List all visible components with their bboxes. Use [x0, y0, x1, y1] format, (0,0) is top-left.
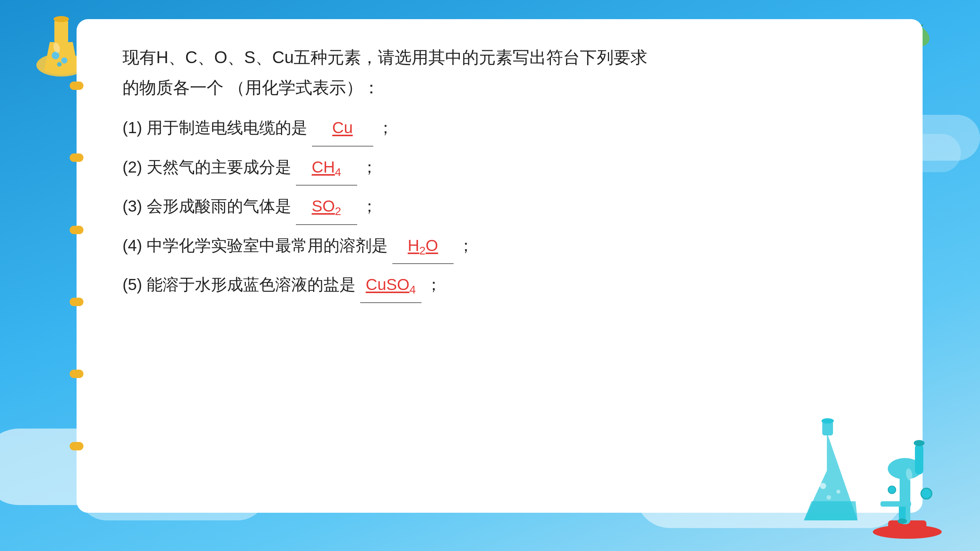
q1-answer: Cu: [312, 110, 373, 146]
svg-rect-1: [54, 19, 68, 44]
question-3: (3) 会形成酸雨的气体是 SO2 ；: [122, 189, 892, 225]
q4-suffix: ；: [458, 236, 474, 254]
svg-point-18: [812, 451, 827, 475]
svg-point-29: [888, 486, 896, 494]
question-5: (5) 能溶于水形成蓝色溶液的盐是 CuSO4 ；: [122, 267, 892, 303]
svg-point-26: [898, 518, 907, 524]
q2-answer: CH4: [296, 150, 357, 186]
q1-number: (1): [122, 119, 142, 137]
question-2: (2) 天然气的主要成分是 CH4 ；: [122, 150, 892, 186]
binding-ring: [70, 226, 83, 234]
q3-suffix: ；: [361, 197, 377, 215]
svg-point-24: [914, 440, 924, 446]
q3-answer: SO2: [296, 189, 357, 225]
binding-ring: [70, 153, 83, 162]
q2-suffix: ；: [361, 158, 377, 176]
binding-ring: [70, 298, 83, 306]
lab-decoration-icon: [796, 409, 949, 543]
svg-rect-23: [915, 444, 923, 474]
q5-text: 能溶于水形成蓝色溶液的盐是: [147, 276, 356, 293]
q4-text: 中学化学实验室中最常用的溶剂是: [147, 236, 388, 254]
svg-point-16: [836, 490, 840, 494]
q1-suffix: ；: [377, 119, 394, 137]
svg-point-15: [820, 483, 826, 489]
content-area: 现有H、C、O、S、Cu五种元素，请选用其中的元素写出符台下列要求 的物质各一个…: [122, 42, 892, 303]
svg-point-28: [921, 488, 932, 499]
q5-suffix: ；: [426, 276, 442, 293]
svg-point-2: [54, 16, 69, 22]
binding-ring: [70, 442, 83, 450]
intro-line1: 现有H、C、O、S、Cu五种元素，请选用其中的元素写出符台下列要求: [122, 48, 647, 67]
q5-number: (5): [122, 276, 142, 293]
intro-line2: 的物质各一个 （用化学式表示）：: [122, 78, 380, 97]
binding-ring: [70, 370, 83, 378]
svg-point-17: [826, 495, 831, 500]
question-4: (4) 中学化学实验室中最常用的溶剂是 H2O ；: [122, 228, 892, 264]
spiral-binding: [70, 50, 83, 482]
svg-point-5: [57, 62, 62, 67]
svg-rect-27: [880, 501, 911, 507]
main-card: 现有H、C、O、S、Cu五种元素，请选用其中的元素写出符台下列要求 的物质各一个…: [77, 19, 923, 513]
q4-number: (4): [122, 236, 142, 254]
svg-point-14: [822, 418, 834, 424]
q3-number: (3): [122, 197, 142, 215]
q5-answer: CuSO4: [360, 267, 421, 303]
q3-text: 会形成酸雨的气体是: [147, 197, 291, 215]
question-1: (1) 用于制造电线电缆的是 Cu ；: [122, 110, 892, 146]
binding-ring: [70, 82, 83, 90]
q1-text: 用于制造电线电缆的是: [147, 119, 307, 137]
svg-point-4: [61, 57, 67, 64]
intro-text: 现有H、C、O、S、Cu五种元素，请选用其中的元素写出符台下列要求 的物质各一个…: [122, 42, 892, 103]
q2-text: 天然气的主要成分是: [147, 158, 291, 176]
q2-number: (2): [122, 158, 142, 176]
q4-answer: H2O: [392, 228, 454, 264]
